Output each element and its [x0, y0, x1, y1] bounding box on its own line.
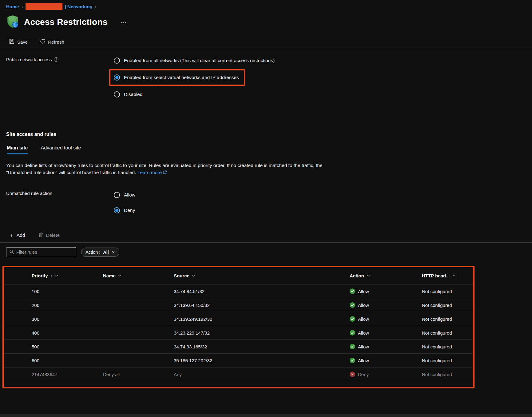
- add-rule-button[interactable]: + Add: [10, 232, 25, 238]
- column-header-source[interactable]: Source: [174, 273, 350, 278]
- site-tabs: Main site Advanced tool site: [7, 145, 532, 154]
- delete-rule-button[interactable]: Delete: [38, 232, 60, 238]
- radio-button: [114, 58, 120, 64]
- table-row-deny-all[interactable]: 2147483647 Deny all Any Deny Not configu…: [4, 367, 473, 381]
- cell-priority: 500: [32, 344, 103, 349]
- radio-button: [114, 91, 120, 97]
- trash-icon: [38, 232, 43, 238]
- table-row[interactable]: 300 34.139.249.192/32 Allow Not configur…: [4, 312, 473, 326]
- action-label: Allow: [358, 316, 369, 322]
- refresh-button[interactable]: Refresh: [40, 39, 64, 45]
- refresh-label: Refresh: [48, 39, 64, 45]
- action-label: Allow: [358, 358, 369, 363]
- toolbar-divider: [0, 49, 532, 49]
- filter-row: Action : All ✕: [6, 247, 532, 257]
- radio-button-selected: [114, 74, 120, 81]
- breadcrumb: Home › | Networking ›: [0, 0, 532, 10]
- breadcrumb-redacted-item[interactable]: [26, 3, 62, 10]
- more-options-button[interactable]: ⋯: [120, 18, 127, 26]
- rules-description: You can define lists of allow/deny rules…: [6, 162, 343, 176]
- radio-button-selected: [114, 207, 120, 213]
- access-restrictions-shield-icon: [6, 15, 19, 30]
- close-icon[interactable]: ✕: [112, 250, 115, 255]
- cell-action: Deny: [350, 371, 422, 377]
- filter-rules-input[interactable]: [16, 250, 74, 255]
- table-row[interactable]: 600 35.185.127.202/32 Allow Not configur…: [4, 354, 473, 367]
- unmatched-rule-action-section: Unmatched rule action Allow Deny: [0, 187, 532, 218]
- cell-priority: 300: [32, 316, 103, 322]
- public-network-access-label: Public network access: [6, 57, 52, 62]
- radio-button: [114, 192, 120, 198]
- column-label: HTTP head...: [422, 273, 450, 278]
- pill-value: All: [103, 250, 109, 255]
- column-label: Priority: [32, 273, 48, 278]
- allow-icon: [350, 316, 355, 322]
- cell-source: Any: [174, 372, 350, 377]
- allow-icon: [350, 288, 355, 294]
- column-header-priority[interactable]: Priority ↑: [32, 273, 103, 278]
- cell-action: Allow: [350, 358, 422, 363]
- cell-source: 35.185.127.202/32: [174, 358, 350, 363]
- learn-more-label: Learn more: [137, 170, 162, 175]
- table-header: Priority ↑ Name Source Action HTTP head.…: [4, 267, 473, 284]
- cell-http-header: Not configured: [422, 303, 473, 308]
- unmatched-rule-action-label: Unmatched rule action: [6, 191, 52, 196]
- cell-source: 34.139.249.192/32: [174, 316, 350, 322]
- save-button[interactable]: Save: [9, 39, 28, 45]
- external-link-icon: [163, 169, 167, 176]
- info-icon[interactable]: i: [54, 57, 58, 62]
- radio-label: Enabled from select virtual networks and…: [124, 75, 239, 80]
- delete-label: Delete: [46, 232, 60, 238]
- radio-label: Enabled from all networks (This will cle…: [124, 58, 275, 63]
- sort-ascending-icon: ↑: [50, 273, 53, 278]
- cell-action: Allow: [350, 344, 422, 349]
- radio-label: Deny: [124, 208, 135, 213]
- action-label: Allow: [358, 330, 369, 336]
- chevron-right-icon: ›: [95, 4, 97, 9]
- cell-priority: 100: [32, 289, 103, 294]
- column-header-name[interactable]: Name: [103, 273, 174, 278]
- chevron-down-icon: [192, 275, 195, 277]
- cell-source: 34.139.64.150/32: [174, 303, 350, 308]
- cell-name: Deny all: [103, 372, 174, 377]
- breadcrumb-home-link[interactable]: Home: [6, 4, 19, 9]
- table-row[interactable]: 100 34.74.84.51/32 Allow Not configured: [4, 284, 473, 298]
- radio-option-enabled-all-networks[interactable]: Enabled from all networks (This will cle…: [114, 54, 275, 68]
- cell-http-header: Not configured: [422, 330, 473, 336]
- allow-icon: [350, 302, 355, 308]
- chevron-down-icon: [55, 275, 58, 277]
- table-row[interactable]: 200 34.139.64.150/32 Allow Not configure…: [4, 298, 473, 312]
- column-label: Source: [174, 273, 189, 278]
- radio-option-deny[interactable]: Deny: [114, 203, 135, 218]
- chevron-down-icon: [452, 275, 456, 277]
- radio-option-enabled-select-networks[interactable]: Enabled from select virtual networks and…: [114, 73, 239, 82]
- cell-priority: 200: [32, 303, 103, 308]
- column-header-action[interactable]: Action: [350, 273, 422, 278]
- allow-icon: [350, 330, 355, 336]
- filter-rules-searchbox[interactable]: [6, 247, 76, 257]
- cell-http-header: Not configured: [422, 289, 473, 294]
- action-label: Allow: [358, 344, 369, 349]
- radio-option-allow[interactable]: Allow: [114, 187, 135, 203]
- table-row[interactable]: 400 34.23.229.147/32 Allow Not configure…: [4, 326, 473, 340]
- radio-option-disabled[interactable]: Disabled: [114, 87, 275, 101]
- learn-more-link[interactable]: Learn more: [137, 170, 167, 175]
- site-access-heading: Site access and rules: [6, 132, 532, 137]
- tab-main-site[interactable]: Main site: [7, 145, 28, 154]
- table-row[interactable]: 500 34.74.93.165/32 Allow Not configured: [4, 340, 473, 354]
- cell-action: Allow: [350, 302, 422, 308]
- add-label: Add: [17, 232, 25, 238]
- cell-priority: 400: [32, 330, 103, 336]
- breadcrumb-networking-link[interactable]: | Networking: [65, 4, 93, 9]
- cell-action: Allow: [350, 316, 422, 322]
- cell-action: Allow: [350, 288, 422, 294]
- deny-icon: [350, 371, 355, 377]
- public-network-access-section: Public network access i Enabled from all…: [0, 54, 532, 101]
- page-header: Access Restrictions ⋯: [6, 15, 532, 30]
- column-header-http-headers[interactable]: HTTP head...: [422, 273, 473, 278]
- column-label: Name: [103, 273, 116, 278]
- cell-priority: 2147483647: [32, 372, 103, 377]
- save-icon: [9, 39, 14, 45]
- tab-advanced-tool-site[interactable]: Advanced tool site: [41, 145, 81, 154]
- action-filter-pill[interactable]: Action : All ✕: [81, 248, 119, 257]
